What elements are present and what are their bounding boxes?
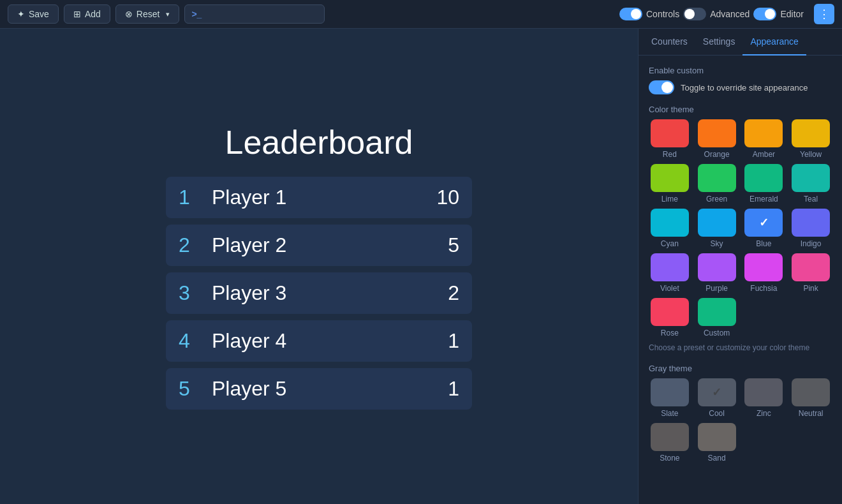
row-name: Player 5 <box>212 377 448 401</box>
color-sky[interactable]: Sky <box>696 209 738 248</box>
advanced-toggle-item: Advanced <box>683 8 750 20</box>
gray-name-sand: Sand <box>708 454 726 463</box>
more-gray-row: Stone Sand <box>649 423 832 463</box>
row-name: Player 3 <box>212 281 448 305</box>
color-swatch-green <box>698 164 736 192</box>
gray-sand[interactable]: Sand <box>696 423 738 463</box>
gray-swatch-stone <box>651 423 689 451</box>
color-swatch-lime <box>651 164 689 192</box>
save-button[interactable]: ✦ Save <box>8 4 59 24</box>
row-rank: 5 <box>179 377 207 401</box>
reset-button[interactable]: ⊗ Reset ▾ <box>115 4 180 24</box>
row-score: 2 <box>448 281 459 305</box>
color-swatch-amber <box>744 119 783 147</box>
color-green[interactable]: Green <box>696 164 738 204</box>
color-purple[interactable]: Purple <box>696 253 738 293</box>
add-button[interactable]: ⊞ Add <box>64 4 110 24</box>
gray-zinc[interactable]: Zinc <box>743 378 785 418</box>
editor-toggle-item: Editor <box>753 8 804 20</box>
gray-slate[interactable]: Slate <box>649 378 691 418</box>
row-name: Player 4 <box>212 329 448 353</box>
color-teal[interactable]: Teal <box>790 164 832 204</box>
tab-counters[interactable]: Counters <box>644 29 695 56</box>
controls-label: Controls <box>646 9 679 19</box>
color-violet[interactable]: Violet <box>649 253 691 293</box>
gray-cool[interactable]: Cool <box>696 378 738 418</box>
leaderboard-title: Leaderboard <box>225 123 413 161</box>
gray-theme-label: Gray theme <box>649 364 832 373</box>
color-name-blue: Blue <box>756 239 771 248</box>
gray-swatch-slate <box>651 378 689 406</box>
color-name-emerald: Emerald <box>750 195 778 204</box>
row-score: 5 <box>448 233 459 257</box>
color-swatch-emerald <box>744 164 783 192</box>
save-icon: ✦ <box>17 9 25 19</box>
advanced-toggle[interactable] <box>683 8 706 20</box>
gray-swatch-cool <box>698 378 736 406</box>
gray-stone[interactable]: Stone <box>649 423 691 463</box>
color-yellow[interactable]: Yellow <box>790 119 832 159</box>
color-swatch-blue <box>744 209 783 237</box>
color-name-sky: Sky <box>711 239 723 248</box>
color-indigo[interactable]: Indigo <box>790 209 832 248</box>
save-label: Save <box>29 9 49 19</box>
color-cyan[interactable]: Cyan <box>649 209 691 248</box>
color-swatch-purple <box>698 253 736 281</box>
more-options-button[interactable]: ⋮ <box>814 4 834 24</box>
right-panel: CountersSettingsAppearance Enable custom… <box>638 29 842 504</box>
color-swatch-sky <box>698 209 736 237</box>
gray-name-slate: Slate <box>661 409 678 418</box>
editor-label: Editor <box>780 9 804 19</box>
color-swatch-yellow <box>792 119 830 147</box>
leaderboard-row: 3 Player 3 2 <box>166 272 472 314</box>
color-pink[interactable]: Pink <box>790 253 832 293</box>
color-fuchsia[interactable]: Fuchsia <box>743 253 785 293</box>
terminal-input-box[interactable]: >_ <box>184 4 325 24</box>
color-swatch-orange <box>698 119 736 147</box>
editor-toggle[interactable] <box>753 8 776 20</box>
color-name-fuchsia: Fuchsia <box>750 284 777 293</box>
enable-custom-label: Enable custom <box>649 66 832 75</box>
controls-toggle[interactable] <box>619 8 642 20</box>
color-swatch-cyan <box>651 209 689 237</box>
topbar: ✦ Save ⊞ Add ⊗ Reset ▾ >_ Controls Advan… <box>0 0 842 29</box>
color-swatch-violet <box>651 253 689 281</box>
enable-custom-section: Enable custom Toggle to override site ap… <box>649 66 832 94</box>
leaderboard-list: 1 Player 1 10 2 Player 2 5 3 Player 3 2 … <box>166 177 472 410</box>
color-theme-label: Color theme <box>649 105 832 114</box>
color-name-indigo: Indigo <box>801 239 822 248</box>
tab-appearance[interactable]: Appearance <box>742 29 806 56</box>
controls-toggle-item: Controls <box>619 8 679 20</box>
gray-neutral[interactable]: Neutral <box>790 378 832 418</box>
row-rank: 4 <box>179 329 207 353</box>
panel-tabs: CountersSettingsAppearance <box>639 29 842 56</box>
row-rank: 1 <box>179 186 207 209</box>
row-score: 1 <box>448 329 459 353</box>
color-amber[interactable]: Amber <box>743 119 785 159</box>
color-name-green: Green <box>706 195 727 204</box>
leaderboard-row: 4 Player 4 1 <box>166 320 472 362</box>
color-lime[interactable]: Lime <box>649 164 691 204</box>
color-emerald[interactable]: Emerald <box>743 164 785 204</box>
row-score: 10 <box>436 186 459 209</box>
leaderboard-area: Leaderboard 1 Player 1 10 2 Player 2 5 3… <box>0 29 638 504</box>
color-grid: Red Orange Amber Yellow Lime Green Emera… <box>649 119 832 337</box>
color-swatch-pink <box>792 253 830 281</box>
color-blue[interactable]: Blue <box>743 209 785 248</box>
color-rose[interactable]: Rose <box>649 298 691 337</box>
leaderboard-row: 5 Player 5 1 <box>166 368 472 410</box>
color-theme-section: Color theme Red Orange Amber Yellow Lime… <box>649 105 832 353</box>
gray-name-neutral: Neutral <box>799 409 824 418</box>
color-red[interactable]: Red <box>649 119 691 159</box>
color-swatch-fuchsia <box>744 253 783 281</box>
add-icon: ⊞ <box>73 9 81 19</box>
tab-settings[interactable]: Settings <box>695 29 743 56</box>
color-name-yellow: Yellow <box>800 150 822 159</box>
color-custom[interactable]: Custom <box>696 298 738 337</box>
row-name: Player 2 <box>212 233 448 257</box>
color-orange[interactable]: Orange <box>696 119 738 159</box>
color-name-pink: Pink <box>803 284 818 293</box>
enable-custom-row: Toggle to override site appearance <box>649 80 832 94</box>
terminal-field[interactable] <box>205 9 307 19</box>
enable-custom-toggle[interactable] <box>649 80 674 94</box>
